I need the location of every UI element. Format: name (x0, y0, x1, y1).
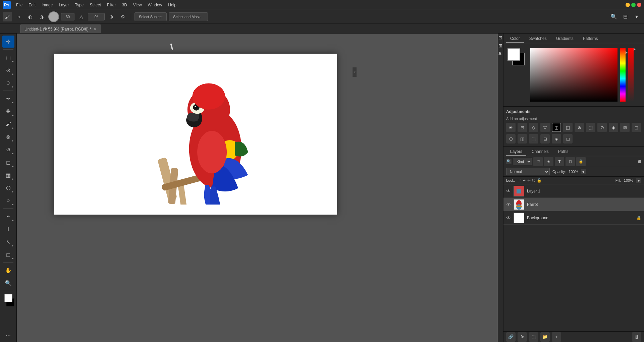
adj-levels[interactable]: ⊟ (518, 123, 527, 132)
layers-tab-paths[interactable]: Paths (554, 148, 573, 156)
menu-window[interactable]: Window (145, 2, 165, 8)
adj-extra-2[interactable]: ◫ (518, 134, 527, 144)
adj-hsl[interactable]: ◫ (563, 123, 573, 132)
layers-tab-channels[interactable]: Channels (528, 148, 553, 156)
menu-3d[interactable]: 3D (119, 2, 129, 8)
hue-slider[interactable] (620, 48, 626, 102)
settings-btn[interactable]: ⚙ (118, 12, 127, 21)
parrot-visibility-icon[interactable]: 👁 (506, 202, 511, 207)
lock-move-icon[interactable]: ✛ (527, 178, 531, 183)
path-select-tool[interactable]: ↖▸ (2, 236, 14, 248)
menu-select[interactable]: Select (87, 2, 103, 8)
brush-tool-button[interactable]: 🖌 (3, 12, 12, 21)
layers-filter-smart[interactable]: 🔒 (576, 157, 586, 166)
adj-curves[interactable]: ◇ (529, 123, 538, 132)
more-tools-button[interactable]: ··· (6, 332, 11, 340)
link-layers-button[interactable]: 🔗 (506, 332, 516, 342)
adj-extra-1[interactable]: ⬡ (506, 134, 516, 144)
foreground-color-swatch[interactable] (4, 294, 12, 302)
panel-collapse-button[interactable]: « (352, 67, 357, 77)
blend-mode-select[interactable]: Normal (506, 168, 550, 175)
adj-selected[interactable]: ◫ (552, 123, 561, 132)
opacity-stepper[interactable]: ▾ (581, 169, 586, 174)
tab-patterns[interactable]: Patterns (579, 35, 602, 43)
menu-layer[interactable]: Layer (56, 2, 71, 8)
zoom-tool[interactable]: 🔍 (2, 277, 14, 289)
adj-extra-6[interactable]: ◻ (563, 134, 573, 144)
menu-help[interactable]: Help (165, 2, 179, 8)
lasso-tool[interactable]: ⊛▸ (2, 64, 14, 76)
adj-photo-filter[interactable]: ◻ (632, 123, 641, 132)
panel-icon-color[interactable]: ⊡ (498, 35, 503, 40)
adj-posterize[interactable]: ⊠ (620, 123, 630, 132)
pressure-btn[interactable]: ⊕ (107, 12, 116, 21)
layers-filter-shape[interactable]: ◻ (566, 157, 575, 166)
adj-extra-3[interactable]: ⬚ (529, 134, 538, 144)
new-group-button[interactable]: 📁 (540, 332, 550, 342)
menu-view[interactable]: View (130, 2, 145, 8)
quick-select-tool[interactable]: ⬡▸ (2, 77, 14, 89)
shape-tool[interactable]: ◻▸ (2, 248, 14, 261)
healing-tool[interactable]: ✙▸ (2, 105, 14, 117)
layers-filter-adjust[interactable]: ◈ (544, 157, 553, 166)
tab-close-button[interactable]: × (94, 26, 97, 32)
brush-size-preview[interactable] (48, 11, 59, 22)
lock-artboard-icon[interactable]: ⬡ (532, 178, 535, 183)
delete-layer-button[interactable]: 🗑 (632, 332, 641, 342)
layer-row-background[interactable]: 👁 Background 🔒 (503, 211, 644, 225)
foreground-color-picker[interactable] (507, 48, 520, 61)
brush-type-3[interactable]: ◑ (37, 12, 46, 21)
brush-angle-input[interactable]: 0° (88, 13, 105, 20)
add-style-button[interactable]: fx (518, 332, 527, 342)
move-tool[interactable]: ✛ (2, 36, 14, 48)
maximize-button[interactable] (631, 3, 636, 7)
adj-extra-4[interactable]: ⊟ (540, 134, 550, 144)
adj-threshold[interactable]: ◈ (609, 123, 618, 132)
new-layer-button[interactable]: + (552, 332, 561, 342)
adj-brightness[interactable]: ☀ (506, 123, 516, 132)
clone-tool[interactable]: ⊗▸ (2, 131, 14, 143)
adj-gradient-map[interactable]: ⬚ (586, 123, 595, 132)
menu-type[interactable]: Type (72, 2, 86, 8)
brush-tool[interactable]: 🖌▸ (2, 118, 14, 130)
menu-image[interactable]: Image (39, 2, 55, 8)
panel-icon-layers[interactable]: ⊞ (498, 43, 503, 48)
layer1-visibility-icon[interactable]: 👁 (506, 188, 511, 194)
hand-tool[interactable]: ✋ (2, 264, 14, 276)
dodge-tool[interactable]: ○▸ (2, 194, 14, 207)
canvas-document[interactable] (54, 54, 337, 215)
tab-gradients[interactable]: Gradients (552, 35, 578, 43)
layer-row-parrot[interactable]: 👁 Parrot (503, 198, 644, 211)
search-button[interactable]: 🔍 (609, 12, 619, 21)
tab-color[interactable]: Color (506, 35, 524, 43)
brush-size-input[interactable]: 30 (61, 13, 74, 20)
lock-paint-icon[interactable]: ✒ (523, 178, 526, 183)
tab-swatches[interactable]: Swatches (525, 35, 551, 43)
brush-type-2[interactable]: ◐ (25, 12, 35, 21)
workspace-button[interactable]: ▾ (632, 12, 641, 21)
pen-tool[interactable]: ✒▸ (2, 210, 14, 222)
brush-angle-toggle[interactable]: △ (76, 12, 86, 21)
select-mask-button[interactable]: Select and Mask... (169, 12, 208, 21)
layers-kind-select[interactable]: Kind (513, 158, 532, 165)
layers-tab-layers[interactable]: Layers (506, 148, 526, 156)
adj-invert[interactable]: ⊙ (597, 123, 607, 132)
history-brush-tool[interactable]: ↺▸ (2, 144, 14, 156)
menu-edit[interactable]: Edit (26, 2, 38, 8)
add-mask-button[interactable]: ⬚ (529, 332, 538, 342)
minimize-button[interactable] (626, 3, 630, 7)
adj-extra-5[interactable]: ◈ (552, 134, 561, 144)
document-tab[interactable]: Untitled-1 @ 55.9% (Parrot, RGB/8) * × (20, 24, 101, 33)
menu-file[interactable]: File (13, 2, 25, 8)
select-subject-button[interactable]: Select Subject (135, 12, 167, 21)
brush-type-1[interactable]: ○ (14, 12, 23, 21)
background-visibility-icon[interactable]: 👁 (506, 215, 511, 221)
type-tool[interactable]: T (2, 223, 14, 235)
eraser-tool[interactable]: ◻▸ (2, 156, 14, 168)
fill-stepper[interactable]: ▾ (636, 178, 641, 183)
layers-filter-type[interactable]: T (555, 157, 564, 166)
menu-filter[interactable]: Filter (104, 2, 119, 8)
panel-icon-type[interactable]: A (498, 51, 503, 56)
color-gradient-picker[interactable] (530, 48, 618, 102)
eyedropper-tool[interactable]: ✒▸ (2, 93, 14, 105)
